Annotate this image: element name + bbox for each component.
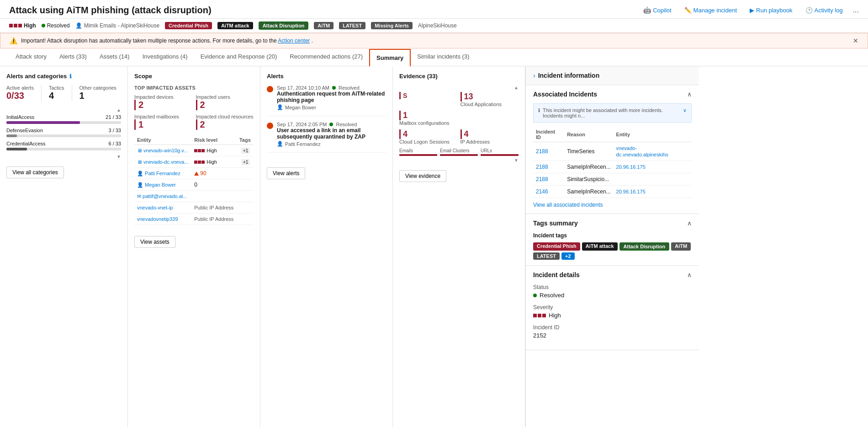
- tab-investigations[interactable]: Investigations (4): [136, 48, 194, 66]
- collapse-icon-tags[interactable]: ∧: [687, 220, 692, 227]
- entity-user-megan[interactable]: 👤 Megan Bower: [137, 182, 176, 188]
- view-all-categories-button[interactable]: View all categories: [6, 166, 64, 178]
- tag-aitm[interactable]: AiTM: [314, 22, 333, 29]
- associated-incidents-content: ℹ This incident might be associated with…: [526, 103, 699, 214]
- assoc-reason-1: TimeSeries: [564, 142, 613, 161]
- incident-details-header[interactable]: Incident details ∧: [526, 266, 699, 284]
- tab-attack-story[interactable]: Attack story: [9, 48, 53, 66]
- tag-plus-1: +1: [241, 148, 250, 154]
- alert-title-2[interactable]: User accessed a link in an email subsequ…: [277, 127, 386, 140]
- associated-incidents-header[interactable]: Associated Incidents ∧: [526, 85, 699, 103]
- sidebar-tag-aitm[interactable]: AiTM: [671, 242, 691, 251]
- view-all-associated-link[interactable]: View all associated incidents: [533, 202, 692, 208]
- alerts-categories-title: Alerts and categories ℹ: [6, 73, 121, 80]
- evidence-scroll-down[interactable]: ▼: [514, 158, 519, 163]
- sidebar-tag-credential[interactable]: Credential Phish: [533, 242, 580, 251]
- alert-close-button[interactable]: ✕: [853, 37, 858, 44]
- header-actions: 🤖 Copilot ✏️ Manage incident ▶ Run playb…: [640, 5, 859, 16]
- assoc-reason-3: SimilarSuspicio...: [564, 173, 613, 186]
- evidence-panel: Evidence (33) ▲ S 13 Cloud Applications …: [393, 66, 525, 427]
- assoc-info-expand[interactable]: ∨: [683, 107, 687, 113]
- scroll-up-indicator[interactable]: ▲: [116, 107, 121, 113]
- status-dot-detail: [533, 294, 537, 297]
- assoc-id-1[interactable]: 2188: [536, 148, 548, 155]
- scope-impacted-users: Impacted users 2: [196, 94, 254, 110]
- entity-ip-vnetip[interactable]: vnevadovnetip339: [137, 216, 178, 222]
- tag-attack-disruption[interactable]: Attack Disruption: [259, 21, 309, 30]
- play-icon: ▶: [750, 7, 754, 14]
- expand-arrow-icon[interactable]: ›: [533, 72, 535, 79]
- collapse-icon-details[interactable]: ∧: [687, 271, 692, 279]
- table-row: ✉ pattif@vnevado.al...: [134, 191, 254, 202]
- activity-log-button[interactable]: 🕐 Activity log: [803, 5, 846, 16]
- copilot-icon: 🤖: [643, 6, 651, 14]
- alert-banner-text: Important! Attack disruption has automat…: [21, 38, 313, 44]
- active-alerts-stat: Active alerts 0/33: [6, 85, 34, 101]
- view-assets-button[interactable]: View assets: [134, 236, 175, 248]
- scroll-down-indicator[interactable]: ▼: [116, 154, 121, 159]
- assoc-id-4[interactable]: 2146: [536, 188, 548, 195]
- alert-title-1[interactable]: Authentication request from AiTM-related…: [277, 91, 386, 103]
- tab-evidence-response[interactable]: Evidence and Response (20): [194, 48, 284, 66]
- tags-summary-content: Incident tags Credential Phish AiTM atta…: [526, 232, 699, 265]
- entity-user-patti[interactable]: 👤 Patti Fernandez: [137, 171, 180, 176]
- tab-assets[interactable]: Assets (14): [93, 48, 136, 66]
- alert-banner: ⚠️ Important! Attack disruption has auto…: [0, 33, 868, 48]
- collapse-icon-assoc[interactable]: ∧: [687, 91, 692, 98]
- entity-device-1[interactable]: 🖥 vnevado-win10g.v...: [137, 148, 188, 153]
- sidebar-tag-aitm-attack[interactable]: AiTM attack: [582, 242, 618, 251]
- table-row: 2188 SimilarSuspicio...: [533, 173, 692, 186]
- evidence-email-clusters-bar: Email Clusters: [440, 148, 478, 156]
- assoc-entity-1[interactable]: vnevado-dc.vnevado.alpineskiho: [616, 145, 668, 157]
- tag-latest[interactable]: LATEST: [339, 22, 365, 29]
- tab-recommended-actions[interactable]: Recommended actions (27): [283, 48, 369, 66]
- stat-divider-1: [41, 85, 42, 101]
- action-center-link[interactable]: Action center: [278, 38, 310, 44]
- tab-alerts[interactable]: Alerts (33): [53, 48, 93, 66]
- alert-warning-icon: ⚠️: [10, 37, 17, 44]
- tab-summary[interactable]: Summary: [369, 49, 411, 67]
- category-credential-access: CredentialAccess 6 / 33: [6, 141, 121, 150]
- assoc-reason-2: SamelpInRecen...: [564, 161, 613, 173]
- run-playbook-button[interactable]: ▶ Run playbook: [747, 5, 795, 16]
- view-evidence-button[interactable]: View evidence: [399, 170, 446, 182]
- assoc-id-3[interactable]: 2188: [536, 176, 548, 182]
- info-icon[interactable]: ℹ: [69, 73, 72, 80]
- bar-track-credential: [6, 148, 121, 150]
- sidebar-tag-more[interactable]: +2: [561, 252, 575, 260]
- evidence-cloud-apps: 13 Cloud Applications: [460, 92, 519, 107]
- incident-id-detail: Incident ID 2152: [533, 324, 692, 339]
- entity-device-2[interactable]: 🖥 vnevado-dc.vneva...: [137, 159, 189, 165]
- tags-summary-header[interactable]: Tags summary ∧: [526, 214, 699, 232]
- evidence-grid-2: 4 Cloud Logon Sessions 4 IP Addresses: [399, 129, 519, 145]
- entity-ip-vnet[interactable]: vnevado-vnet-ip: [137, 205, 173, 210]
- manage-incident-button[interactable]: ✏️ Manage incident: [682, 5, 740, 16]
- assoc-entity-2[interactable]: 20.96.16.175: [616, 164, 646, 170]
- tab-similar-incidents[interactable]: Similar incidents (3): [411, 48, 476, 66]
- alert-item-1: Sep 17, 2024 10:10 AM Resolved Authentic…: [267, 85, 386, 116]
- alerts-panel-title: Alerts: [267, 73, 386, 80]
- evidence-scroll-up[interactable]: ▲: [514, 85, 519, 90]
- status-badge: Resolved: [42, 22, 70, 29]
- tag-credential-phish[interactable]: Credential Phish: [165, 22, 212, 29]
- more-options-button[interactable]: ...: [853, 6, 859, 14]
- evidence-title: Evidence (33): [399, 73, 519, 80]
- assoc-reason-4: SamelpInRecen...: [564, 186, 613, 198]
- other-categories-stat: Other categories 1: [79, 85, 116, 101]
- alert-content-2: Sep 17, 2024 2:05 PM Resolved User acces…: [277, 122, 386, 147]
- sidebar-tag-disruption[interactable]: Attack Disruption: [619, 242, 670, 251]
- alerts-list: Sep 17, 2024 10:10 AM Resolved Authentic…: [267, 85, 386, 158]
- tag-aitm-attack[interactable]: AiTM attack: [217, 22, 253, 29]
- user-icon: 👤: [75, 22, 82, 29]
- assoc-info-banner: ℹ This incident might be associated with…: [533, 103, 692, 123]
- entity-email-patti[interactable]: ✉ pattif@vnevado.al...: [137, 193, 187, 199]
- tag-missing-alerts[interactable]: Missing Alerts: [371, 22, 413, 29]
- right-sidebar: › Incident information Associated Incide…: [525, 66, 699, 427]
- copilot-button[interactable]: 🤖 Copilot: [640, 5, 674, 16]
- incident-tags-container: Credential Phish AiTM attack Attack Disr…: [533, 242, 692, 260]
- sidebar-tag-latest[interactable]: LATEST: [533, 252, 560, 260]
- tags-summary-section: Tags summary ∧ Incident tags Credential …: [526, 214, 699, 266]
- assoc-entity-4[interactable]: 20.96.16.175: [616, 189, 646, 194]
- assoc-id-2[interactable]: 2188: [536, 164, 548, 170]
- view-alerts-button[interactable]: View alerts: [267, 167, 305, 179]
